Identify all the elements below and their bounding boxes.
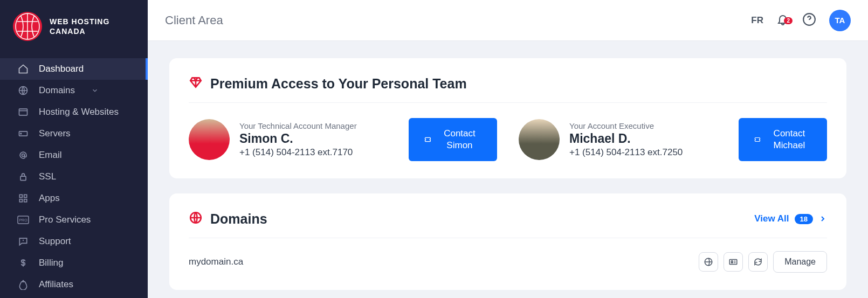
- svg-rect-10: [24, 199, 27, 202]
- member-avatar: [519, 119, 560, 160]
- view-all-link[interactable]: View All 18: [754, 213, 827, 224]
- sidebar-item-label: Servers: [39, 128, 71, 139]
- diamond-icon: [189, 75, 203, 92]
- sidebar-item-email[interactable]: Email: [0, 144, 148, 166]
- user-avatar[interactable]: TA: [829, 10, 851, 31]
- sidebar-item-ssl[interactable]: SSL: [0, 166, 148, 188]
- globe-icon: [189, 211, 203, 227]
- contact-michael-button[interactable]: Contact Michael: [739, 118, 827, 161]
- topbar: Client Area FR 2 TA: [148, 0, 868, 41]
- domains-card: Domains View All 18 mydomain.ca Manage: [169, 193, 846, 290]
- svg-point-18: [731, 261, 733, 262]
- logo-icon: [13, 12, 42, 41]
- sidebar-item-label: Apps: [39, 193, 60, 204]
- sidebar-item-servers[interactable]: Servers: [0, 123, 148, 144]
- main: Client Area FR 2 TA Premium Access to Yo…: [148, 0, 868, 298]
- sidebar-item-apps[interactable]: Apps: [0, 188, 148, 209]
- sidebar-item-label: Domains: [39, 85, 75, 96]
- globe-icon: [17, 85, 29, 96]
- pro-badge-icon: PRO: [17, 214, 29, 226]
- svg-rect-7: [19, 195, 22, 197]
- premium-team-card: Premium Access to Your Personal Team You…: [169, 58, 846, 178]
- member-name: Michael D.: [569, 131, 729, 146]
- manage-button[interactable]: Manage: [773, 251, 827, 273]
- sidebar-item-affiliates[interactable]: Affiliates: [0, 274, 148, 295]
- member-role: Your Technical Account Manager: [239, 121, 399, 130]
- svg-rect-6: [20, 176, 26, 181]
- domains-title: Domains: [210, 211, 267, 227]
- home-icon: [17, 63, 29, 75]
- sidebar-item-billing[interactable]: Billing: [0, 252, 148, 274]
- sidebar-item-refer[interactable]: Refer a Friend: [0, 295, 148, 298]
- logo-area[interactable]: WEB HOSTING CANADA: [0, 0, 148, 53]
- domain-globe-action[interactable]: [699, 252, 718, 272]
- member-phone: +1 (514) 504-2113 ext.7170: [239, 147, 399, 158]
- premium-title: Premium Access to Your Personal Team: [210, 76, 467, 92]
- page-title: Client Area: [165, 13, 223, 27]
- refresh-icon: [753, 257, 763, 267]
- svg-rect-2: [19, 109, 27, 115]
- help-button[interactable]: [802, 12, 816, 29]
- member-name: Simon C.: [239, 131, 399, 146]
- id-card-icon: [728, 257, 738, 267]
- contact-simon-button[interactable]: Contact Simon: [409, 118, 497, 161]
- ticket-icon: [424, 134, 432, 145]
- sidebar-item-support[interactable]: Support: [0, 231, 148, 252]
- at-icon: [17, 149, 29, 161]
- sidebar-item-hosting[interactable]: Hosting & Websites: [0, 101, 148, 123]
- sidebar-item-label: SSL: [39, 171, 56, 182]
- sidebar-item-label: Support: [39, 236, 71, 247]
- globe-icon: [704, 257, 713, 267]
- member-avatar: [189, 119, 230, 160]
- ticket-icon: [754, 134, 761, 145]
- dollar-icon: [17, 257, 29, 269]
- team-member: Your Technical Account Manager Simon C. …: [189, 118, 497, 161]
- money-bag-icon: [17, 279, 29, 290]
- content: Premium Access to Your Personal Team You…: [148, 41, 868, 298]
- sidebar-item-label: Email: [39, 150, 62, 161]
- svg-rect-8: [24, 195, 27, 197]
- lock-icon: [17, 171, 29, 183]
- notifications-button[interactable]: 2: [776, 13, 789, 28]
- sidebar: WEB HOSTING CANADA Dashboard Domains Hos…: [0, 0, 148, 298]
- chevron-down-icon: [89, 85, 101, 96]
- sidebar-item-label: Affiliates: [39, 279, 73, 290]
- server-icon: [17, 128, 29, 140]
- logo-text: WEB HOSTING CANADA: [50, 17, 109, 36]
- member-role: Your Account Executive: [569, 121, 729, 130]
- sidebar-item-label: Hosting & Websites: [39, 107, 119, 117]
- chevron-right-icon: [818, 214, 827, 223]
- sidebar-item-label: Billing: [39, 258, 63, 268]
- domain-name: mydomain.ca: [189, 257, 243, 267]
- domains-count-badge: 18: [795, 214, 813, 224]
- svg-point-4: [20, 133, 22, 134]
- svg-rect-9: [19, 199, 22, 202]
- sidebar-item-label: Dashboard: [39, 64, 84, 74]
- sidebar-item-label: Pro Services: [39, 214, 91, 225]
- language-switch[interactable]: FR: [751, 15, 763, 26]
- sidebar-item-domains[interactable]: Domains: [0, 80, 148, 101]
- team-member: Your Account Executive Michael D. +1 (51…: [519, 118, 827, 161]
- grid-icon: [17, 192, 29, 204]
- domain-row: mydomain.ca Manage: [189, 238, 827, 273]
- window-icon: [17, 106, 29, 118]
- svg-text:PRO: PRO: [19, 218, 27, 222]
- chat-help-icon: [17, 235, 29, 247]
- domain-refresh-action[interactable]: [748, 252, 768, 272]
- nav: Dashboard Domains Hosting & Websites Ser…: [0, 58, 148, 298]
- domain-id-action[interactable]: [724, 252, 743, 272]
- notification-badge: 2: [784, 17, 793, 24]
- sidebar-item-pro-services[interactable]: PRO Pro Services: [0, 209, 148, 231]
- help-circle-icon: [802, 12, 816, 26]
- svg-rect-17: [729, 260, 737, 265]
- sidebar-item-dashboard[interactable]: Dashboard: [0, 58, 148, 80]
- member-phone: +1 (514) 504-2113 ext.7250: [569, 147, 729, 158]
